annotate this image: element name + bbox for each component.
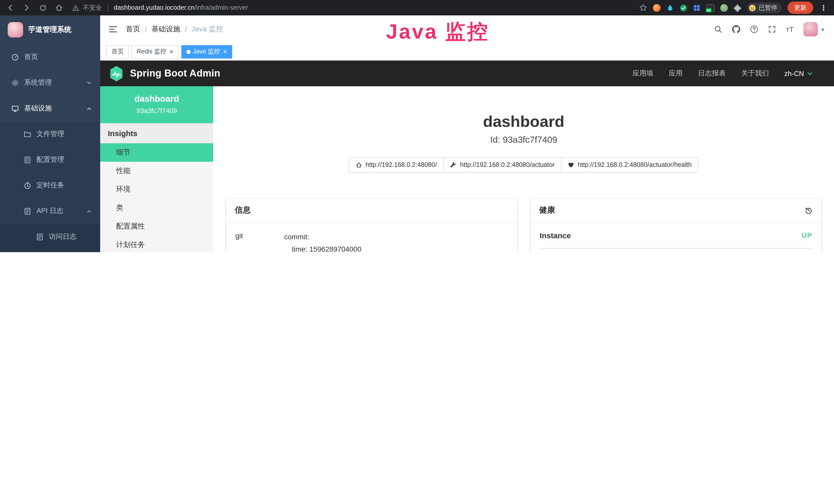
app-logo[interactable]: 芋道管理系统: [0, 16, 100, 44]
card-title: 信息: [235, 205, 251, 216]
wrench-icon: [450, 161, 456, 168]
instance-link-health[interactable]: http://192.168.0.2:48080/actuator/health: [561, 157, 698, 173]
chevron-down-icon: [807, 71, 813, 76]
chevron-down-icon: [86, 80, 92, 86]
tab-home[interactable]: 首页: [106, 45, 129, 58]
app-logo-image: [8, 22, 23, 38]
instance-header[interactable]: dashboard 93a3fc7f7409: [100, 86, 213, 123]
info-key: git: [235, 231, 284, 240]
app-main: 首页 / 基础设施 / Java 监控 тT ▾ 首页 Redis 监控× Ja…: [100, 16, 834, 252]
hamburger-icon[interactable]: [100, 25, 126, 34]
avatar-caret-icon[interactable]: ▾: [821, 26, 824, 32]
instance-links: http://192.168.0.2:48080/ http://192.168…: [226, 157, 821, 173]
extension-on-badge: on: [706, 8, 712, 12]
breadcrumb: 首页 / 基础设施 / Java 监控: [126, 25, 223, 34]
sidebar-item-home[interactable]: 首页: [0, 44, 100, 70]
breadcrumb-item-current: Java 监控: [192, 25, 223, 34]
history-refresh-icon[interactable]: [805, 206, 813, 214]
active-tab-dot: [186, 49, 190, 54]
chrome-update-button[interactable]: 更新: [788, 2, 813, 14]
sba-item-classes[interactable]: 类: [100, 199, 213, 217]
app-sidebar: 芋道管理系统 首页 系统管理 基础设施 文件管理 配置管理 定时任务 API 日…: [0, 16, 100, 252]
user-avatar[interactable]: [804, 22, 818, 37]
info-card: 信息 git commit: time: 1596289704000 id: 2…: [226, 198, 517, 252]
page-subtitle: Id: 93a3fc7f7409: [226, 135, 821, 145]
tags-view: 首页 Redis 监控× Java 监控×: [100, 43, 834, 61]
app-title: 芋道管理系统: [28, 25, 71, 35]
sidebar-item-system-management[interactable]: 系统管理: [0, 70, 100, 95]
bookmark-star-icon[interactable]: [639, 4, 647, 12]
forward-icon[interactable]: [23, 4, 31, 12]
address-bar[interactable]: 不安全 dashboard.yudao.iocoder.cn/infra/adm…: [72, 3, 639, 12]
extensions-puzzle-icon[interactable]: [733, 4, 741, 12]
chevron-up-icon: [86, 106, 92, 111]
document-icon: [36, 233, 44, 240]
tab-redis-monitor[interactable]: Redis 监控×: [132, 45, 178, 58]
document-icon: [24, 207, 31, 215]
reload-icon[interactable]: [39, 4, 47, 12]
browser-menu-icon[interactable]: ⋮: [819, 4, 828, 12]
heart-icon: [567, 161, 574, 168]
close-icon[interactable]: ×: [223, 48, 227, 55]
breadcrumb-separator: /: [145, 25, 147, 33]
sba-item-scheduled-tasks[interactable]: 计划任务: [100, 236, 213, 252]
gear-icon: [11, 79, 19, 87]
instance-id: 93a3fc7f7409: [104, 107, 209, 115]
app-header: 首页 / 基础设施 / Java 监控 тT ▾: [100, 16, 834, 43]
browser-extension-icon[interactable]: [680, 4, 687, 12]
font-size-icon[interactable]: тT: [786, 25, 794, 33]
back-icon[interactable]: [6, 4, 14, 12]
sba-nav-wall[interactable]: 应用墙: [632, 69, 653, 78]
search-icon[interactable]: [714, 25, 722, 33]
sba-body: dashboard 93a3fc7f7409 Insights 细节 性能 环境…: [100, 86, 834, 252]
info-row-git: git commit: time: 1596289704000 id: 27aa…: [235, 223, 508, 252]
instance-link-home[interactable]: http://192.168.0.2:48080/: [349, 157, 444, 173]
card-title: 健康: [539, 205, 555, 216]
health-card: 健康 Instance UP: [530, 198, 821, 252]
cards-grid: 信息 git commit: time: 1596289704000 id: 2…: [226, 198, 821, 252]
browser-extension-icon[interactable]: [693, 4, 701, 12]
sba-item-details[interactable]: 细节: [100, 143, 213, 162]
sidebar-item-config-management[interactable]: 配置管理: [0, 147, 100, 173]
breadcrumb-item[interactable]: 首页: [126, 25, 140, 34]
sba-nav-about[interactable]: 关于我们: [741, 69, 769, 78]
sidebar-item-infrastructure[interactable]: 基础设施: [0, 95, 100, 121]
close-icon[interactable]: ×: [170, 48, 173, 55]
sba-item-config-props[interactable]: 配置属性: [100, 217, 213, 236]
tab-java-monitor[interactable]: Java 监控×: [181, 45, 232, 58]
github-icon[interactable]: [732, 25, 740, 33]
sba-nav-applications[interactable]: 应用: [668, 69, 682, 78]
sidebar-item-error-logs[interactable]: 错误日志: [0, 250, 100, 252]
browser-home-icon[interactable]: [55, 4, 63, 12]
browser-extension-icon[interactable]: on: [706, 4, 715, 12]
sba-item-environment[interactable]: 环境: [100, 180, 213, 199]
browser-toolbar: 不安全 dashboard.yudao.iocoder.cn/infra/adm…: [0, 0, 834, 16]
profile-paused-badge[interactable]: 已暂停: [747, 2, 782, 13]
browser-extension-icon[interactable]: [653, 4, 661, 12]
sba-insights-items: 细节 性能 环境 类 配置属性 计划任务: [100, 143, 213, 252]
instance-link-actuator[interactable]: http://192.168.0.2:48080/actuator: [443, 157, 561, 173]
sidebar-item-scheduled-tasks[interactable]: 定时任务: [0, 173, 100, 198]
clock-icon: [24, 182, 31, 189]
browser-extension-icon[interactable]: [666, 4, 674, 12]
health-row-instance[interactable]: Instance UP: [540, 223, 812, 249]
chevron-up-icon: [86, 208, 92, 214]
browser-extension-icon[interactable]: [720, 4, 728, 12]
sba-language-select[interactable]: zh-CN: [784, 70, 813, 77]
sba-sidebar: dashboard 93a3fc7f7409 Insights 细节 性能 环境…: [100, 86, 213, 252]
breadcrumb-item[interactable]: 基础设施: [152, 25, 180, 34]
help-icon[interactable]: [750, 25, 758, 33]
sba-content: dashboard Id: 93a3fc7f7409 http://192.16…: [213, 86, 834, 252]
sba-nav-journal[interactable]: 日志报表: [698, 69, 726, 78]
sba-item-performance[interactable]: 性能: [100, 162, 213, 180]
sidebar-item-file-management[interactable]: 文件管理: [0, 121, 100, 147]
info-value: commit: time: 1596289704000 id: 27aa832 …: [284, 231, 361, 252]
document-icon: [24, 156, 31, 164]
profile-avatar-icon: [748, 4, 756, 12]
fullscreen-icon[interactable]: [768, 25, 776, 33]
spring-boot-admin-logo-icon: [108, 66, 124, 82]
sidebar-item-api-logs[interactable]: API 日志: [0, 198, 100, 224]
sidebar-item-access-logs[interactable]: 访问日志: [0, 224, 100, 250]
monitor-icon: [11, 105, 19, 112]
sidebar-menu: 首页 系统管理 基础设施 文件管理 配置管理 定时任务 API 日志 访问日志 …: [0, 44, 100, 252]
